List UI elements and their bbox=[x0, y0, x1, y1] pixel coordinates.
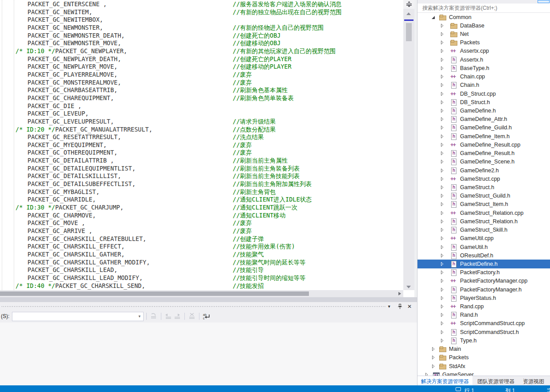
tree-row[interactable]: PacketFactoryManager.cpp bbox=[417, 277, 550, 285]
tree-row[interactable]: Rand.h bbox=[417, 311, 550, 319]
tree-row[interactable]: GameDefine_Item.h bbox=[417, 132, 550, 140]
tree-row[interactable]: Chain.cpp bbox=[417, 73, 550, 81]
expand-chevron-icon[interactable] bbox=[440, 194, 445, 198]
code-line[interactable]: PACKET_GC_ENTERSCENE ,//服务器发给客户端进入场景的确认消… bbox=[0, 0, 403, 8]
code-line[interactable]: PACKET_GC_NEWMONSTER_MOVE,//创建移动的OBJ bbox=[0, 39, 403, 47]
expand-chevron-icon[interactable] bbox=[440, 262, 445, 266]
tree-row[interactable]: GameServer bbox=[417, 370, 550, 376]
horizontal-scrollbar-thumb[interactable] bbox=[0, 291, 309, 296]
panel-tab[interactable]: 解决方案资源管理器 bbox=[417, 376, 472, 385]
scroll-right-arrow-icon[interactable] bbox=[398, 292, 401, 295]
tree-row[interactable]: Rand.cpp bbox=[417, 302, 550, 310]
expand-chevron-icon[interactable] bbox=[440, 151, 445, 155]
expand-chevron-icon[interactable] bbox=[431, 347, 436, 351]
tree-row[interactable]: Packets bbox=[417, 353, 550, 362]
expand-chevron-icon[interactable] bbox=[440, 338, 445, 343]
code-line[interactable]: PACKET_GC_NEWMONSTER,//有新的怪物进入自己的视野范围 bbox=[0, 24, 403, 32]
code-line[interactable]: PACKET_GC_CHARSKILL_GATHER,//技能聚气 bbox=[0, 251, 403, 259]
expand-chevron-icon[interactable] bbox=[431, 364, 436, 369]
window-position-button[interactable]: ▾ bbox=[386, 303, 393, 310]
expand-chevron-icon[interactable] bbox=[440, 40, 445, 45]
clear-all-button[interactable] bbox=[187, 312, 196, 321]
expand-chevron-icon[interactable] bbox=[440, 321, 445, 326]
previous-message-button[interactable] bbox=[164, 312, 173, 321]
code-line[interactable]: /* ID:30 */PACKET_GC_CHARJUMP,//通知CLIENT… bbox=[0, 204, 403, 212]
expand-chevron-icon[interactable] bbox=[440, 117, 445, 121]
tree-row[interactable]: Net bbox=[417, 30, 550, 38]
close-button[interactable]: ✕ bbox=[406, 303, 413, 310]
code-line[interactable]: PACKET_GC_NEWPLAYER_DEATH,//创建死亡的PLAYER bbox=[0, 55, 403, 63]
code-line[interactable]: PACKET_GC_PLAYERREALMOVE,//废弃 bbox=[0, 71, 403, 79]
active-tool-button[interactable] bbox=[538, 0, 550, 3]
code-line[interactable]: PACKET_GC_CHARSKILL_LEAD_MODIFY,//技能引导时间… bbox=[0, 274, 403, 282]
code-line[interactable]: PACKET_GC_NEWPLAYER_MOVE,//创建移动的PLAYER bbox=[0, 63, 403, 71]
tree-row[interactable]: Packets bbox=[417, 39, 550, 47]
drag-grip[interactable] bbox=[2, 306, 385, 307]
code-line[interactable]: PACKET_GC_DETAILSUBEFFECTLIST,//刷新当前主角附加… bbox=[0, 180, 403, 188]
tree-row[interactable]: PacketFactoryManager.h bbox=[417, 285, 550, 294]
expand-chevron-icon[interactable] bbox=[440, 219, 445, 224]
code-line[interactable]: PACKET_GC_DETAILATTRIB ,//刷新当前主角属性 bbox=[0, 157, 403, 165]
tree-row[interactable]: Main bbox=[417, 345, 550, 353]
expand-chevron-icon[interactable] bbox=[440, 313, 445, 317]
expand-chevron-icon[interactable] bbox=[440, 279, 445, 283]
tree-row[interactable]: GameDefine_Scene.h bbox=[417, 158, 550, 166]
expand-chevron-icon[interactable] bbox=[440, 74, 445, 79]
expand-chevron-icon[interactable] bbox=[440, 304, 445, 309]
expand-chevron-icon[interactable] bbox=[440, 185, 445, 190]
tree-row[interactable]: DataBase bbox=[417, 21, 550, 30]
tree-row[interactable]: GameDefine_Guild.h bbox=[417, 124, 550, 132]
code-line[interactable]: PACKET_GC_CHARBASEATTRIB,//刷新角色基本属性 bbox=[0, 86, 403, 94]
tree-row[interactable]: GameDefine2.h bbox=[417, 166, 550, 175]
code-line[interactable]: PACKET_GC_DETAILSKILLLIST,//刷新当前主角技能列表 bbox=[0, 172, 403, 180]
code-line[interactable]: PACKET_GC_MOVE ,//废弃 bbox=[0, 219, 403, 227]
expand-chevron-icon[interactable] bbox=[440, 245, 445, 249]
code-line[interactable]: PACKET_GC_LEVEUP, bbox=[0, 110, 403, 118]
tree-row[interactable]: GameDefine_Result.cpp bbox=[417, 140, 550, 149]
expand-chevron-icon[interactable] bbox=[440, 125, 445, 130]
next-message-button[interactable] bbox=[173, 312, 182, 321]
expand-chevron-icon[interactable] bbox=[440, 32, 445, 36]
tree-row[interactable]: PlayerStatus.h bbox=[417, 294, 550, 302]
panel-tab[interactable]: 资源视图 bbox=[519, 376, 548, 385]
code-line[interactable]: PACKET_GC_CHARMOVE,//通知CLIENT移动 bbox=[0, 212, 403, 220]
output-window-header[interactable]: ▾ ✕ bbox=[0, 302, 417, 310]
tree-row[interactable]: DB_Struct.h bbox=[417, 98, 550, 106]
solution-search-box[interactable] bbox=[417, 4, 550, 13]
code-line[interactable]: PACKET_GC_MONSTERREALMOVE,//废弃 bbox=[0, 79, 403, 87]
output-content[interactable] bbox=[0, 322, 417, 385]
expand-chevron-icon[interactable] bbox=[440, 177, 445, 181]
tree-row[interactable]: GameDefine_Result.h bbox=[417, 149, 550, 158]
code-line[interactable]: PACKET_GC_OTHEREQUIPMENT,//废弃 bbox=[0, 149, 403, 157]
code-line[interactable]: PACKET_GC_CHAREQUIPMENT,//刷新角色简单装备表 bbox=[0, 94, 403, 102]
expand-chevron-icon[interactable] bbox=[440, 228, 445, 232]
tree-row[interactable]: GameStruct_Item.h bbox=[417, 200, 550, 209]
tree-row[interactable]: PacketDefine.h bbox=[417, 260, 550, 268]
expand-chevron-icon[interactable] bbox=[440, 296, 445, 300]
tree-row[interactable]: GameStruct_Skill.h bbox=[417, 225, 550, 234]
output-source-combobox[interactable]: ▾ bbox=[12, 312, 144, 321]
split-editor-handle[interactable] bbox=[403, 0, 414, 9]
tree-row[interactable]: GameUtil.cpp bbox=[417, 234, 550, 243]
expand-chevron-icon[interactable] bbox=[440, 143, 445, 147]
expand-chevron-icon[interactable] bbox=[440, 236, 445, 241]
output-source-input[interactable] bbox=[12, 312, 136, 321]
word-wrap-button[interactable]: ab c bbox=[202, 312, 211, 321]
tree-row[interactable]: StdAfx bbox=[417, 362, 550, 370]
code-line[interactable]: PACKET_GC_CHARIDLE,//通知CLIENT进入IDLE状态 bbox=[0, 196, 403, 204]
code-line[interactable]: PACKET_GC_MYEQUIPMENT,//废弃 bbox=[0, 141, 403, 149]
code-line[interactable]: PACKET_GC_NEWITEMBOX, bbox=[0, 16, 403, 24]
code-line[interactable]: PACKET_GC_LEVELUPRESULT,//请求升级结果 bbox=[0, 118, 403, 126]
code-line[interactable]: PACKET_GC_MYBAGLIST,//刷新主角背包 bbox=[0, 188, 403, 196]
expand-chevron-icon[interactable] bbox=[431, 15, 436, 19]
tree-row[interactable]: Assertx.h bbox=[417, 55, 550, 64]
code-line[interactable]: PACKET_GC_DIE , bbox=[0, 102, 403, 110]
tree-row[interactable]: GameUtil.h bbox=[417, 243, 550, 251]
code-line[interactable]: /* ID:40 */PACKET_GC_CHARSKILL_SEND,//技能… bbox=[0, 282, 403, 290]
code-line[interactable]: PACKET_GC_NEWITEM,//有新的独立物品出现在自己的视野范围 bbox=[0, 8, 403, 16]
code-line[interactable]: /* ID:10 */PACKET_GC_NEWPLAYER,//有新的其他玩家… bbox=[0, 47, 403, 55]
expand-chevron-icon[interactable] bbox=[440, 58, 445, 62]
expand-chevron-icon[interactable] bbox=[440, 66, 445, 70]
expand-chevron-icon[interactable] bbox=[440, 202, 445, 206]
scroll-down-arrow-icon[interactable] bbox=[406, 286, 411, 288]
